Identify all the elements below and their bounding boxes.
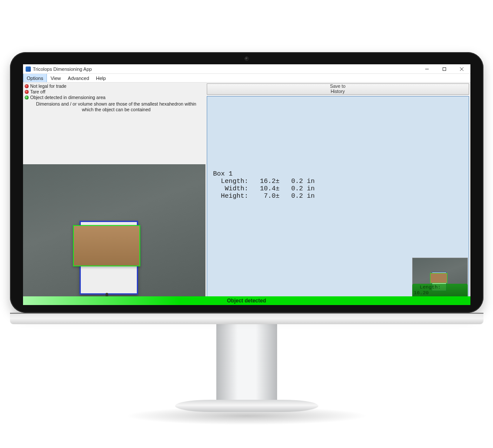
status-dot-green-icon	[25, 96, 29, 100]
result-length-tol: 0.2	[291, 178, 303, 185]
camera-view	[23, 164, 205, 303]
save-line2: History	[207, 89, 469, 94]
left-pane: Not legal for trade Tare off Object dete…	[23, 83, 205, 305]
status-text-trade: Not legal for trade	[30, 83, 66, 89]
results-title: Box 1	[213, 170, 233, 178]
status-line-tare: Tare off	[25, 89, 204, 95]
status-line-trade: Not legal for trade	[25, 83, 204, 89]
result-width-label: Width:	[225, 185, 248, 192]
status-block: Not legal for trade Tare off Object dete…	[23, 83, 205, 114]
app-title: Tricolops Dimensioning App	[33, 66, 92, 72]
status-dot-red-icon	[25, 84, 29, 88]
svg-rect-1	[443, 67, 446, 70]
result-width-value: 10.4	[260, 185, 276, 192]
titlebar: Tricolops Dimensioning App	[23, 64, 470, 74]
app-icon	[26, 66, 31, 72]
monitor-stand-neck	[216, 322, 277, 409]
monitor-bezel: Tricolops Dimensioning App Options View …	[10, 52, 483, 313]
app-window: Tricolops Dimensioning App Options View …	[23, 64, 470, 305]
camera-area	[23, 114, 205, 305]
monitor-stand-base	[175, 400, 318, 412]
menu-options[interactable]: Options	[23, 74, 47, 82]
result-height-unit: in	[307, 192, 315, 200]
minimize-button[interactable]	[418, 64, 436, 74]
menu-help[interactable]: Help	[93, 74, 109, 82]
menu-advanced[interactable]: Advanced	[64, 74, 93, 82]
result-length-label: Length:	[221, 178, 248, 185]
result-width-tol: 0.2	[291, 185, 303, 192]
maximize-button[interactable]	[436, 64, 453, 74]
result-height-value: 7.0	[264, 192, 276, 200]
detected-box	[73, 225, 140, 266]
result-height-tol: 0.2	[291, 192, 303, 200]
status-description: Dimensions and / or volume shown are tho…	[25, 100, 204, 113]
status-line-detected: Object detected in dimensioning area	[25, 95, 204, 100]
menubar: Options View Advanced Help	[23, 74, 470, 83]
monitor-camera	[245, 56, 249, 61]
bottom-status-text: Object detected	[227, 298, 266, 304]
status-dot-red-icon	[25, 90, 29, 94]
status-text-detected: Object detected in dimensioning area	[30, 95, 106, 100]
results-panel: Box 1 Length: 16.2± 0.2 in Width: 10.4± …	[207, 96, 469, 303]
status-text-tare: Tare off	[30, 89, 46, 94]
result-width-unit: in	[307, 185, 315, 192]
right-pane: Save to History Box 1 Length: 16.2± 0.2 …	[205, 83, 470, 305]
result-height-label: Height:	[221, 192, 248, 200]
close-button[interactable]	[453, 64, 470, 74]
save-to-history-button[interactable]: Save to History	[207, 83, 469, 95]
bottom-status-bar: Object detected	[23, 296, 470, 305]
body-area: Not legal for trade Tare off Object dete…	[23, 83, 470, 305]
monitor-mockup: Tricolops Dimensioning App Options View …	[10, 52, 483, 313]
result-length-value: 16.2	[260, 178, 276, 185]
monitor-chin	[10, 313, 483, 324]
menu-view[interactable]: View	[47, 74, 64, 82]
result-length-unit: in	[307, 178, 315, 185]
